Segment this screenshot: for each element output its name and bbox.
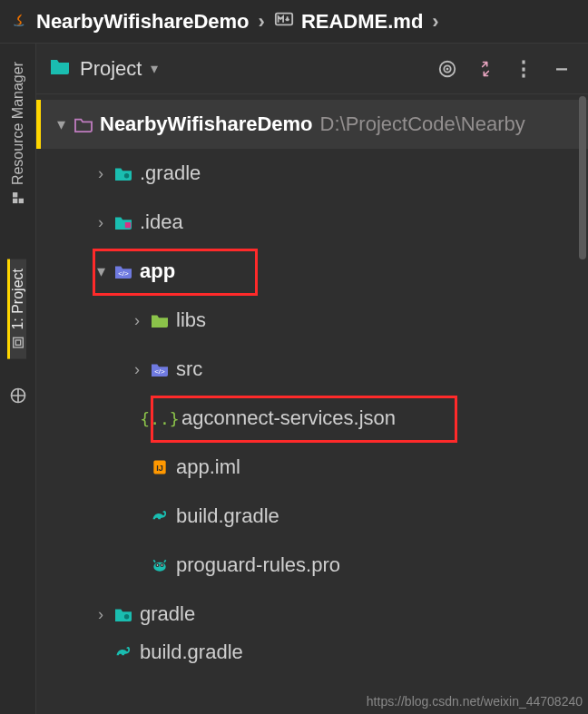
- proguard-file-icon: [147, 556, 172, 574]
- chevron-right-icon: ›: [432, 10, 438, 34]
- tree-item-agconnect[interactable]: {..} agconnect-services.json: [36, 394, 588, 443]
- sidebar-tab-label: Resource Manager: [10, 62, 26, 185]
- svg-rect-2: [13, 192, 17, 197]
- tree-item-build-gradle-root[interactable]: build.gradle: [36, 639, 588, 666]
- svg-point-20: [157, 564, 159, 566]
- tree-item-label: .idea: [140, 210, 183, 234]
- tree-item-label: agconnect-services.json: [181, 406, 396, 430]
- svg-point-11: [124, 173, 129, 178]
- breadcrumb: NearbyWifishareDemo › README.md ›: [0, 0, 588, 44]
- tree-item-label: .gradle: [140, 161, 201, 185]
- tree-item-label: build.gradle: [176, 504, 279, 528]
- svg-rect-10: [556, 68, 567, 70]
- module-source-folder-icon: </>: [147, 361, 172, 377]
- tree-item-gradle-cache[interactable]: › .gradle: [36, 149, 588, 198]
- tree-item-src[interactable]: › </> src: [36, 345, 588, 394]
- tree-item-libs[interactable]: › libs: [36, 296, 588, 345]
- breadcrumb-project[interactable]: NearbyWifishareDemo: [36, 10, 250, 34]
- svg-point-17: [153, 562, 165, 572]
- sidebar-tab-project[interactable]: 1: Project: [7, 259, 26, 359]
- svg-point-9: [446, 67, 449, 70]
- panel-toolbar: Project ▾ ⋮: [36, 44, 588, 94]
- tree-item-idea[interactable]: › .idea: [36, 198, 588, 247]
- tree-root-path: D:\ProjectCode\Nearby: [320, 112, 525, 136]
- chevron-down-icon[interactable]: ▾: [51, 114, 71, 134]
- chevron-right-icon[interactable]: ›: [91, 605, 111, 624]
- panel-view-selector[interactable]: Project ▾: [49, 57, 158, 81]
- svg-rect-1: [13, 199, 17, 203]
- svg-rect-3: [18, 199, 23, 203]
- tree-item-label: proguard-rules.pro: [176, 553, 340, 577]
- target-icon[interactable]: [434, 55, 461, 83]
- chevron-down-icon[interactable]: ▾: [91, 261, 111, 281]
- tree-item-app-iml[interactable]: IJ app.iml: [36, 443, 588, 492]
- tree-root-name: NearbyWifishareDemo: [100, 112, 313, 136]
- tree-item-app[interactable]: ▾ </> app: [36, 247, 588, 296]
- more-icon[interactable]: ⋮: [510, 55, 537, 83]
- svg-text:IJ: IJ: [156, 464, 163, 473]
- module-source-folder-icon: </>: [111, 263, 136, 279]
- tool-window-strip: Resource Manager 1: Project: [0, 44, 36, 714]
- sidebar-tab-resource-manager[interactable]: Resource Manager: [10, 53, 26, 214]
- svg-rect-5: [15, 340, 20, 345]
- gradle-file-icon: [111, 643, 136, 661]
- project-square-icon: [11, 335, 25, 351]
- tree-item-label: app: [140, 259, 175, 283]
- chevron-right-icon[interactable]: ›: [127, 360, 147, 379]
- scrollbar-vertical[interactable]: [579, 96, 586, 259]
- folder-lib-icon: [147, 312, 172, 328]
- svg-text:</>: </>: [118, 269, 129, 278]
- tree-item-label: libs: [176, 308, 206, 332]
- project-panel: Project ▾ ⋮ ▾: [36, 44, 588, 714]
- tree-item-label: app.iml: [176, 455, 240, 479]
- tree-item-proguard[interactable]: proguard-rules.pro: [36, 541, 588, 590]
- collapse-icon[interactable]: [472, 55, 499, 83]
- minimize-icon[interactable]: [548, 55, 575, 83]
- json-file-icon: {..}: [147, 409, 172, 428]
- tree-root[interactable]: ▾ NearbyWifishareDemo D:\ProjectCode\Nea…: [36, 100, 588, 149]
- breadcrumb-file[interactable]: README.md: [301, 10, 423, 34]
- tree-item-label: src: [176, 357, 202, 381]
- tree-item-label: build.gradle: [140, 641, 243, 664]
- chevron-right-icon[interactable]: ›: [127, 311, 147, 330]
- iml-file-icon: IJ: [147, 458, 172, 476]
- chevron-right-icon[interactable]: ›: [91, 164, 111, 183]
- folder-gradle-icon: [111, 165, 136, 181]
- tree-item-build-gradle-app[interactable]: build.gradle: [36, 492, 588, 541]
- svg-text:</>: </>: [154, 367, 165, 376]
- chevron-down-icon: ▾: [151, 60, 158, 77]
- panel-selector-label: Project: [80, 57, 142, 81]
- watermark: https://blog.csdn.net/weixin_44708240: [367, 694, 583, 709]
- folder-icon: [49, 57, 71, 81]
- tree-item-label: gradle: [140, 602, 195, 626]
- svg-rect-12: [125, 222, 131, 228]
- tree-item-gradle-dir[interactable]: › gradle: [36, 590, 588, 639]
- module-folder-icon: [71, 116, 96, 132]
- svg-point-22: [124, 614, 129, 619]
- svg-point-21: [162, 564, 163, 566]
- structure-icon[interactable]: [9, 386, 27, 408]
- markdown-icon: [274, 9, 294, 34]
- folder-gradle-icon: [111, 606, 136, 622]
- chevron-right-icon: ›: [259, 10, 265, 34]
- project-tree[interactable]: ▾ NearbyWifishareDemo D:\ProjectCode\Nea…: [36, 94, 588, 714]
- java-icon: [9, 9, 29, 34]
- resource-manager-icon: [11, 190, 25, 206]
- gradle-file-icon: [147, 507, 172, 525]
- folder-idea-icon: [111, 214, 136, 230]
- sidebar-tab-label: 1: Project: [10, 269, 26, 330]
- chevron-right-icon[interactable]: ›: [91, 213, 111, 232]
- selection-indicator: [36, 100, 41, 149]
